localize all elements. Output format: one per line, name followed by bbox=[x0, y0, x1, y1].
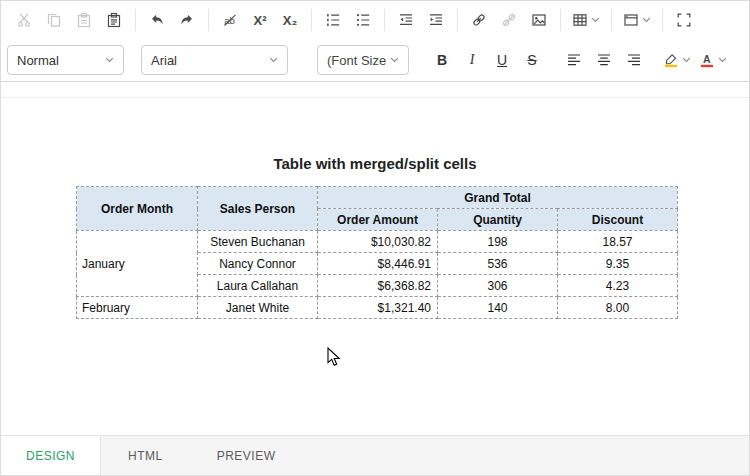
outdent-button[interactable] bbox=[393, 7, 419, 33]
table-header-row-1: Order Month Sales Person Grand Total bbox=[77, 187, 678, 209]
align-right-icon bbox=[626, 52, 642, 68]
font-color-button[interactable]: A bbox=[695, 45, 731, 75]
header-order-amount[interactable]: Order Amount bbox=[318, 209, 438, 231]
cell-discount[interactable]: 4.23 bbox=[558, 275, 678, 297]
remove-link-icon bbox=[501, 12, 517, 28]
align-button-group bbox=[559, 45, 649, 75]
align-left-button[interactable] bbox=[559, 45, 589, 75]
copy-icon bbox=[46, 12, 62, 28]
align-center-icon bbox=[596, 52, 612, 68]
font-family-value: Arial bbox=[151, 53, 177, 68]
cut-icon bbox=[16, 12, 32, 28]
redo-icon bbox=[179, 12, 195, 28]
data-table[interactable]: Order Month Sales Person Grand Total Ord… bbox=[76, 186, 678, 319]
chevron-down-icon bbox=[718, 57, 727, 63]
bold-button[interactable]: B bbox=[427, 45, 457, 75]
color-button-group: A bbox=[659, 45, 731, 75]
toolbar-separator bbox=[384, 9, 385, 31]
ordered-list-button[interactable] bbox=[320, 7, 346, 33]
cell-quantity[interactable]: 198 bbox=[438, 231, 558, 253]
copy-button[interactable] bbox=[41, 7, 67, 33]
insert-table-button[interactable] bbox=[569, 7, 603, 33]
underline-button[interactable]: U bbox=[487, 45, 517, 75]
redo-button[interactable] bbox=[174, 7, 200, 33]
header-order-month[interactable]: Order Month bbox=[77, 187, 198, 231]
align-left-icon bbox=[566, 52, 582, 68]
bullet-list-button[interactable] bbox=[350, 7, 376, 33]
cell-quantity[interactable]: 306 bbox=[438, 275, 558, 297]
align-center-button[interactable] bbox=[589, 45, 619, 75]
insert-media-icon bbox=[623, 12, 639, 28]
toolbar-main: ab X² X₂ bbox=[1, 1, 749, 39]
tab-preview[interactable]: PREVIEW bbox=[190, 436, 303, 475]
cell-person[interactable]: Janet White bbox=[198, 297, 318, 319]
paste-from-word-button[interactable] bbox=[101, 7, 127, 33]
chevron-down-icon bbox=[591, 17, 600, 23]
bullet-list-icon bbox=[355, 12, 371, 28]
cell-amount[interactable]: $10,030.82 bbox=[318, 231, 438, 253]
cell-person[interactable]: Laura Callahan bbox=[198, 275, 318, 297]
cell-quantity[interactable]: 140 bbox=[438, 297, 558, 319]
remove-format-icon: ab bbox=[222, 12, 238, 28]
cell-quantity[interactable]: 536 bbox=[438, 253, 558, 275]
chevron-down-icon bbox=[105, 57, 114, 63]
header-sales-person[interactable]: Sales Person bbox=[198, 187, 318, 231]
tab-html[interactable]: HTML bbox=[101, 436, 190, 475]
cell-amount[interactable]: $1,321.40 bbox=[318, 297, 438, 319]
indent-button[interactable] bbox=[423, 7, 449, 33]
tab-design[interactable]: DESIGN bbox=[1, 436, 101, 475]
remove-link-button[interactable] bbox=[496, 7, 522, 33]
format-button-group: B I U S bbox=[427, 45, 547, 75]
cut-button[interactable] bbox=[11, 7, 37, 33]
table-row: February Janet White $1,321.40 140 8.00 bbox=[77, 297, 678, 319]
toolbar-separator bbox=[560, 9, 561, 31]
chevron-down-icon bbox=[390, 57, 399, 63]
insert-table-icon bbox=[572, 12, 588, 28]
font-size-dropdown[interactable]: (Font Size bbox=[317, 45, 409, 75]
html-editor: ab X² X₂ bbox=[0, 0, 750, 476]
paragraph-style-value: Normal bbox=[17, 53, 59, 68]
cell-discount[interactable]: 8.00 bbox=[558, 297, 678, 319]
italic-button[interactable]: I bbox=[457, 45, 487, 75]
strikethrough-button[interactable]: S bbox=[517, 45, 547, 75]
header-grand-total[interactable]: Grand Total bbox=[318, 187, 678, 209]
font-family-dropdown[interactable]: Arial bbox=[141, 45, 288, 75]
insert-media-button[interactable] bbox=[620, 7, 654, 33]
toolbar-separator bbox=[662, 9, 663, 31]
cell-amount[interactable]: $6,368.82 bbox=[318, 275, 438, 297]
header-quantity[interactable]: Quantity bbox=[438, 209, 558, 231]
superscript-button[interactable]: X² bbox=[247, 7, 273, 33]
insert-image-icon bbox=[531, 12, 547, 28]
cell-discount[interactable]: 18.57 bbox=[558, 231, 678, 253]
ordered-list-icon bbox=[325, 12, 341, 28]
align-right-button[interactable] bbox=[619, 45, 649, 75]
toolbar-separator bbox=[457, 9, 458, 31]
editor-content-area[interactable]: Table with merged/split cells Order Mont… bbox=[1, 98, 749, 435]
insert-image-button[interactable] bbox=[526, 7, 552, 33]
table-row: January Steven Buchanan $10,030.82 198 1… bbox=[77, 231, 678, 253]
insert-link-icon bbox=[471, 12, 487, 28]
toolbar-separator bbox=[611, 9, 612, 31]
cell-amount[interactable]: $8,446.91 bbox=[318, 253, 438, 275]
highlight-color-button[interactable] bbox=[659, 45, 695, 75]
cell-discount[interactable]: 9.35 bbox=[558, 253, 678, 275]
document-title[interactable]: Table with merged/split cells bbox=[1, 155, 749, 172]
toolbar-separator bbox=[208, 9, 209, 31]
toolbar-separator bbox=[311, 9, 312, 31]
paragraph-style-dropdown[interactable]: Normal bbox=[7, 45, 124, 75]
chevron-down-icon bbox=[269, 57, 278, 63]
fullscreen-button[interactable] bbox=[671, 7, 697, 33]
cell-person[interactable]: Steven Buchanan bbox=[198, 231, 318, 253]
toolbar-divider bbox=[1, 82, 749, 98]
superscript-icon: X² bbox=[254, 14, 267, 27]
subscript-button[interactable]: X₂ bbox=[277, 7, 303, 33]
view-tabs: DESIGN HTML PREVIEW bbox=[1, 435, 749, 475]
undo-button[interactable] bbox=[144, 7, 170, 33]
insert-link-button[interactable] bbox=[466, 7, 492, 33]
header-discount[interactable]: Discount bbox=[558, 209, 678, 231]
cell-month[interactable]: January bbox=[77, 231, 198, 297]
paste-button[interactable] bbox=[71, 7, 97, 33]
cell-month[interactable]: February bbox=[77, 297, 198, 319]
cell-person[interactable]: Nancy Connor bbox=[198, 253, 318, 275]
remove-format-button[interactable]: ab bbox=[217, 7, 243, 33]
